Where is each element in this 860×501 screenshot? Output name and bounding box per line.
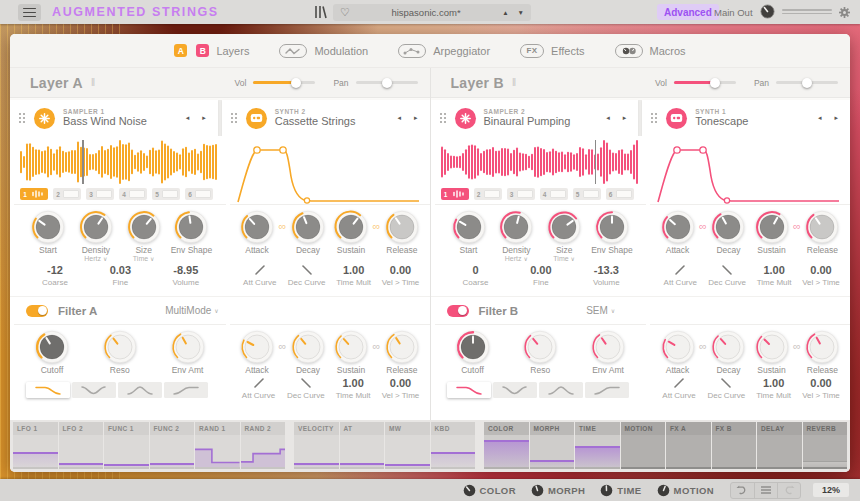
sampler-card[interactable]: SAMPLER 1 Bass Wind Noise ◂▸ [10, 100, 218, 136]
volume-slider[interactable] [674, 81, 736, 84]
sample-slot-5[interactable]: 5 [573, 188, 601, 200]
volume-slider[interactable] [253, 81, 315, 84]
param-value[interactable]: 0.00 [390, 262, 411, 277]
layer-drag-icon[interactable]: ‖ [91, 77, 95, 88]
pan-slider[interactable] [776, 81, 838, 84]
knob-decay[interactable]: Decay [707, 210, 750, 262]
synth-card[interactable]: SYNTH 1 Tonescape ◂▸ [642, 100, 850, 136]
redo-button[interactable] [777, 483, 800, 498]
env-link-icon[interactable]: ∞ [699, 341, 707, 375]
knob-size[interactable]: SizeTime ∨ [542, 210, 586, 262]
tab-layers[interactable]: ABLayers [174, 44, 249, 57]
param-value[interactable]: 1.00 [763, 262, 784, 277]
undo-button[interactable] [731, 483, 754, 498]
macro-morph[interactable]: MORPH [531, 484, 585, 497]
playhead-cursor[interactable] [595, 140, 597, 184]
knob-attack[interactable]: Attack [656, 210, 699, 262]
rise-curve-icon[interactable] [253, 262, 267, 277]
sample-slot-4[interactable]: 4 [540, 188, 568, 200]
knob-attack[interactable]: Attack [236, 330, 279, 375]
sample-slot-5[interactable]: 5 [152, 188, 180, 200]
prev-engine-arrow[interactable]: ◂ [606, 114, 610, 122]
rise-curve-icon[interactable] [673, 262, 687, 277]
knob-unit-select[interactable]: Hertz ∨ [505, 255, 528, 262]
param-value[interactable]: 1.00 [343, 262, 364, 277]
mod-cell-rand-2[interactable]: RAND 2 [241, 422, 286, 469]
env-link-icon[interactable]: ∞ [699, 221, 707, 262]
filter-shape-bandpass-button[interactable] [118, 382, 162, 398]
mod-cell-func-2[interactable]: FUNC 2 [150, 422, 195, 469]
history-menu-button[interactable] [754, 483, 777, 498]
knob-decay[interactable]: Decay [707, 330, 750, 375]
knob-sustain[interactable]: Sustain [750, 210, 793, 262]
filter-mode-select[interactable]: SEM∨ [586, 305, 615, 316]
preset-browser[interactable]: ♡ hispasonic.com* ▲ ▼ [333, 4, 531, 21]
knob-sustain[interactable]: Sustain [330, 210, 373, 262]
mod-cell-fx-a[interactable]: FX A [666, 422, 711, 469]
tab-macros[interactable]: Macros [615, 44, 686, 58]
knob-size[interactable]: SizeTime ∨ [122, 210, 166, 262]
knob-reso[interactable]: Reso [518, 330, 562, 375]
knob-release[interactable]: Release [801, 330, 844, 375]
sampler-card[interactable]: SAMPLER 2 Binaural Pumping ◂▸ [431, 100, 639, 136]
mod-cell-func-1[interactable]: FUNC 1 [104, 422, 149, 469]
synth-envelope-display[interactable] [226, 140, 430, 204]
knob-env-shape[interactable]: Env Shape [590, 210, 634, 262]
rise-curve-icon[interactable] [252, 375, 266, 390]
sample-slot-3[interactable]: 3 [86, 188, 114, 200]
drag-handle-icon[interactable] [650, 112, 658, 124]
filter-mode-select[interactable]: MultiMode∨ [165, 305, 219, 316]
filter-enable-toggle[interactable] [26, 305, 48, 317]
filter-shape-highpass-button[interactable] [585, 382, 629, 398]
mod-cell-at[interactable]: AT [340, 422, 385, 469]
mod-cell-motion[interactable]: MOTION [621, 422, 666, 469]
sample-slot-6[interactable]: 6 [606, 188, 634, 200]
preset-prev-icon[interactable]: ▲ [502, 9, 508, 16]
knob-density[interactable]: DensityHertz ∨ [74, 210, 118, 262]
next-engine-arrow[interactable]: ▸ [414, 114, 418, 122]
knob-unit-select[interactable]: Hertz ∨ [84, 255, 107, 262]
filter-shape-lowpass-button[interactable] [26, 382, 70, 398]
knob-cutoff[interactable]: Cutoff [30, 330, 74, 375]
prev-engine-arrow[interactable]: ◂ [186, 114, 190, 122]
tab-arpeggiator[interactable]: Arpeggiator [398, 44, 490, 58]
knob-decay[interactable]: Decay [286, 210, 329, 262]
drag-handle-icon[interactable] [439, 112, 447, 124]
knob-sustain[interactable]: Sustain [330, 330, 373, 375]
fall-curve-icon[interactable] [300, 262, 314, 277]
mod-cell-reverb[interactable]: REVERB [803, 422, 848, 469]
tab-modulation[interactable]: Modulation [279, 44, 368, 58]
fall-curve-icon[interactable] [719, 375, 733, 390]
synth-envelope-display[interactable] [647, 140, 851, 204]
knob-start[interactable]: Start [26, 210, 70, 262]
param-value[interactable]: 0.00 [810, 262, 831, 277]
filter-shape-lowpass-button[interactable] [447, 382, 491, 398]
rise-curve-icon[interactable] [672, 375, 686, 390]
knob-sustain[interactable]: Sustain [750, 330, 793, 375]
sample-slot-2[interactable]: 2 [474, 188, 502, 200]
mod-cell-rand-1[interactable]: RAND 1 [195, 422, 240, 469]
mod-cell-fx-b[interactable]: FX B [712, 422, 757, 469]
library-icon[interactable] [314, 5, 327, 23]
param-value[interactable]: 1.00 [342, 375, 363, 390]
knob-unit-select[interactable]: Time ∨ [133, 255, 155, 262]
playhead-cursor[interactable] [82, 140, 84, 184]
param-value[interactable]: 0.03 [110, 262, 131, 277]
env-link-icon[interactable]: ∞ [279, 341, 287, 375]
main-out-knob[interactable] [760, 4, 775, 19]
settings-gear-icon[interactable] [838, 5, 851, 23]
param-value[interactable]: 1.00 [763, 375, 784, 390]
filter-shape-highpass-button[interactable] [164, 382, 208, 398]
filter-shape-bandpass-button[interactable] [539, 382, 583, 398]
preset-next-icon[interactable]: ▼ [518, 9, 524, 16]
macro-motion[interactable]: MOTION [657, 484, 714, 497]
mod-cell-lfo-2[interactable]: LFO 2 [59, 422, 104, 469]
sample-slot-2[interactable]: 2 [53, 188, 81, 200]
env-link-icon[interactable]: ∞ [373, 221, 381, 262]
param-value[interactable]: 0.00 [810, 375, 831, 390]
knob-reso[interactable]: Reso [98, 330, 142, 375]
sample-slot-4[interactable]: 4 [119, 188, 147, 200]
advanced-button[interactable]: Advanced [657, 4, 719, 20]
knob-cutoff[interactable]: Cutoff [451, 330, 495, 375]
cpu-meter[interactable]: 12% [813, 483, 849, 497]
